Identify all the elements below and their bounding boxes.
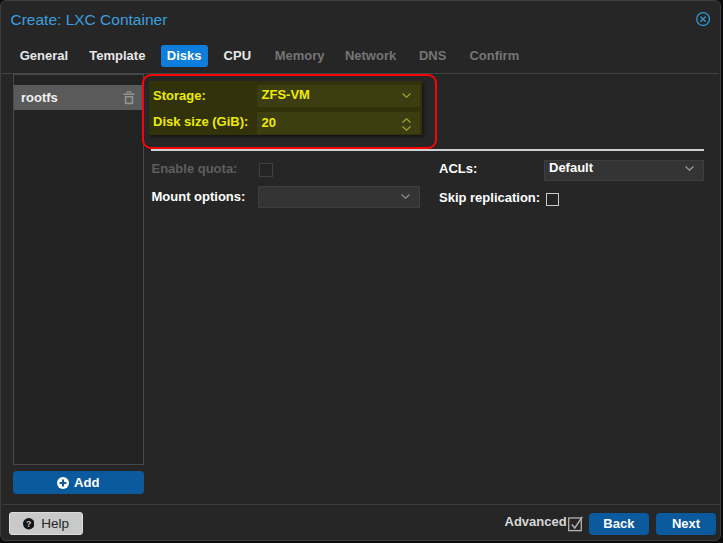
svg-text:?: ? [26,519,31,529]
